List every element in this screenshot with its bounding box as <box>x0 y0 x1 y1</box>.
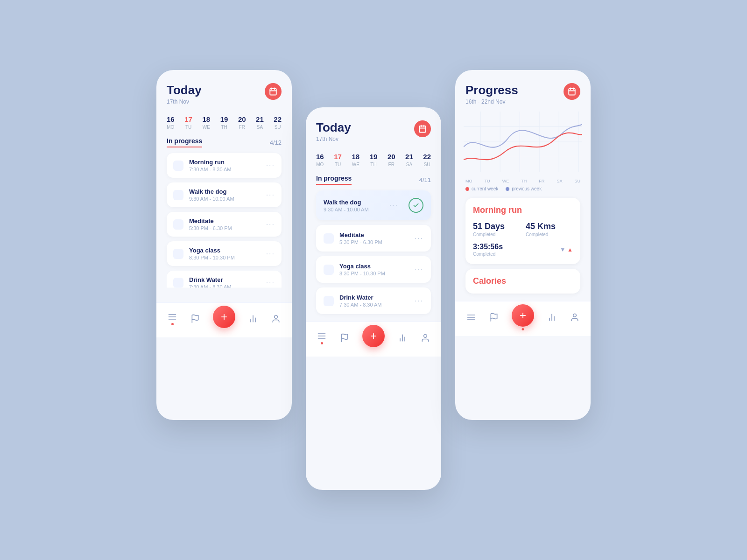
task-drink-water-2[interactable]: Drink Water 7:30 AM - 8.30 AM ··· <box>316 287 431 314</box>
cal-day-fr-2[interactable]: 20 FR <box>388 153 395 167</box>
task-list-1: Morning run 7:30 AM - 8.30 AM ··· Walk t… <box>167 153 282 295</box>
task-checkbox[interactable] <box>324 296 334 306</box>
screen3-subtitle: 16th - 22nd Nov <box>465 98 518 105</box>
arrow-up-icon: ▲ <box>567 246 573 253</box>
section-count-1: 4/12 <box>270 139 282 146</box>
task-menu-dots[interactable]: ··· <box>266 191 275 199</box>
screen1-title: Today <box>167 83 202 98</box>
legend-dot-current <box>465 187 469 191</box>
nav-menu-1[interactable] <box>168 312 177 325</box>
section-title-2: In progress <box>316 175 352 185</box>
nav-chart-3[interactable] <box>547 313 557 322</box>
header-text-2: Today 17th Nov <box>316 120 351 142</box>
cal-day-tu-1[interactable]: 17 TU <box>184 115 192 130</box>
stat-arrows: ▼ ▲ <box>526 243 573 257</box>
task-yoga[interactable]: Yoga class 8:30 PM - 10.30 PM ··· <box>167 241 282 266</box>
cal-day-th-2[interactable]: 19 TH <box>370 153 378 167</box>
task-checkbox[interactable] <box>324 233 334 244</box>
svg-point-44 <box>573 314 576 317</box>
header-3: Progress 16th - 22nd Nov <box>465 83 580 105</box>
task-checkbox[interactable] <box>173 161 183 171</box>
task-list-2: Walk the dog 9:30 AM - 10.00 AM ··· Medi… <box>316 190 431 314</box>
calendar-button-3[interactable] <box>564 83 580 100</box>
header-2: Today 17th Nov <box>316 120 431 142</box>
task-checkbox[interactable] <box>173 219 183 230</box>
task-checkbox[interactable] <box>324 265 334 275</box>
task-menu-dots[interactable]: ··· <box>266 161 275 170</box>
nav-flag-3[interactable] <box>489 313 499 322</box>
screen-1: Today 17th Nov 16 MO 17 TU <box>156 70 292 420</box>
task-menu-dots[interactable]: ··· <box>415 266 423 274</box>
chart-legend: current week previous week <box>465 186 580 191</box>
header-text-1: Today 17th Nov <box>167 83 202 105</box>
task-menu-dots[interactable]: ··· <box>266 220 275 229</box>
nav-flag-2[interactable] <box>340 333 349 343</box>
screen3-title: Progress <box>465 83 518 98</box>
task-meditate-2[interactable]: Meditate 5:30 PM - 6.30 PM ··· <box>316 225 431 252</box>
screen-2: Today 17th Nov 16 MO 17 TU <box>306 107 441 490</box>
svg-point-23 <box>423 335 427 338</box>
task-yoga-2[interactable]: Yoga class 8:30 PM - 10.30 PM ··· <box>316 256 431 283</box>
legend-current: current week <box>465 186 498 191</box>
screens-container: Today 17th Nov 16 MO 17 TU <box>156 70 591 490</box>
header-1: Today 17th Nov <box>167 83 282 105</box>
legend-previous: previous week <box>506 186 542 191</box>
stat-kms: 45 Kms Completed <box>526 222 573 237</box>
cal-day-we-2[interactable]: 18 WE <box>352 153 359 167</box>
section-header-2: In progress 4/11 <box>316 175 431 185</box>
calories-title: Calories <box>473 276 573 286</box>
nav-menu-2[interactable] <box>317 331 326 344</box>
task-menu-dots[interactable]: ··· <box>415 234 423 243</box>
stats-title: Morning run <box>473 205 573 215</box>
progress-chart <box>464 112 582 172</box>
cal-day-su-2[interactable]: 22 SU <box>423 153 431 167</box>
task-menu-dots[interactable]: ··· <box>266 250 275 258</box>
stats-card: Morning run 51 Days Completed 45 Kms Com… <box>465 198 580 264</box>
nav-add-2[interactable]: + <box>362 325 385 347</box>
stat-days: 51 Days Completed <box>473 222 520 237</box>
cal-day-sa-1[interactable]: 21 SA <box>256 115 264 130</box>
nav-menu-3[interactable] <box>466 313 476 322</box>
task-walk-dog[interactable]: Walk the dog 9:30 AM - 10.00 AM ··· <box>167 182 282 207</box>
nav-add-3[interactable]: + <box>512 304 534 327</box>
cal-day-th-1[interactable]: 19 TH <box>220 115 228 130</box>
task-drink-water[interactable]: Drink Water 7:30 AM - 8.30 AM ··· <box>167 271 282 295</box>
cal-day-sa-2[interactable]: 21 SA <box>405 153 413 167</box>
cal-day-su-1[interactable]: 22 SU <box>274 115 282 130</box>
section-title-1: In progress <box>167 137 202 147</box>
task-menu-dots[interactable]: ··· <box>415 297 423 305</box>
task-checkbox[interactable] <box>173 249 183 259</box>
task-menu-dots-2[interactable]: ··· <box>389 201 398 210</box>
task-walk-dog-2[interactable]: Walk the dog 9:30 AM - 10.00 AM ··· <box>316 190 431 220</box>
task-checkbox[interactable] <box>173 278 183 288</box>
screen-3: Progress 16th - 22nd Nov <box>455 70 591 420</box>
arrow-down-icon: ▼ <box>560 246 565 253</box>
screen2-subtitle: 17th Nov <box>316 136 351 142</box>
calendar-button-1[interactable] <box>265 83 282 100</box>
cal-day-fr-1[interactable]: 20 FR <box>238 115 246 130</box>
task-checkbox[interactable] <box>173 190 183 200</box>
nav-chart-2[interactable] <box>398 333 407 343</box>
task-menu-dots[interactable]: ··· <box>266 279 275 287</box>
cal-day-tu-2[interactable]: 17 TU <box>334 153 342 167</box>
task-morning-run[interactable]: Morning run 7:30 AM - 8.30 AM ··· <box>167 153 282 178</box>
nav-flag-1[interactable] <box>190 314 200 323</box>
bottom-nav-1: + <box>156 302 292 337</box>
nav-user-1[interactable] <box>271 314 281 323</box>
chart-labels: MO TU WE TH FR SA SU <box>465 179 580 183</box>
cal-day-mo-1[interactable]: 16 MO <box>167 115 175 130</box>
calendar-button-2[interactable] <box>414 120 431 137</box>
calendar-row-2: 16 MO 17 TU 18 WE 19 TH 20 FR <box>316 153 431 167</box>
task-meditate[interactable]: Meditate 5:30 PM - 6.30 PM ··· <box>167 212 282 237</box>
cal-day-we-1[interactable]: 18 WE <box>202 115 210 130</box>
nav-user-3[interactable] <box>570 313 579 322</box>
cal-day-mo-2[interactable]: 16 MO <box>316 153 324 167</box>
section-header-1: In progress 4/12 <box>167 137 282 147</box>
nav-user-2[interactable] <box>421 333 430 343</box>
svg-point-11 <box>274 315 277 319</box>
svg-rect-0 <box>270 89 276 95</box>
nav-chart-1[interactable] <box>248 314 258 323</box>
stat-time: 3:35:56s Completed <box>473 243 520 257</box>
screen2-title: Today <box>316 120 351 135</box>
nav-add-1[interactable]: + <box>213 306 235 328</box>
